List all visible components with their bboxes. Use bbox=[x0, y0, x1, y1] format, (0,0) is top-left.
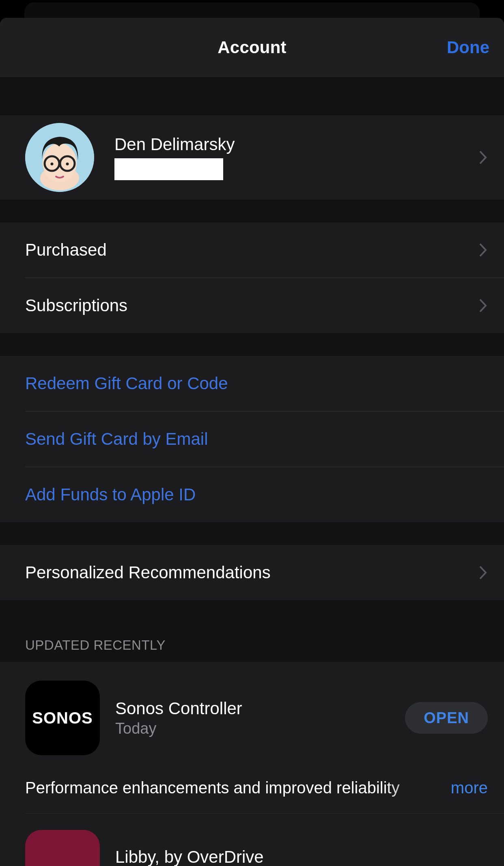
profile-name: Den Delimarsky bbox=[114, 135, 471, 154]
app-name: Sonos Controller bbox=[115, 699, 405, 718]
add-funds-row[interactable]: Add Funds to Apple ID bbox=[0, 467, 504, 522]
row-label: Purchased bbox=[25, 240, 471, 260]
svg-point-7 bbox=[66, 163, 69, 166]
section-gap bbox=[0, 333, 504, 356]
updated-recently-header: UPDATED RECENTLY bbox=[0, 600, 504, 662]
profile-email-redacted bbox=[114, 158, 223, 180]
section-gap bbox=[0, 200, 504, 222]
app-release-notes: Performance enhancements and improved re… bbox=[25, 779, 443, 797]
chevron-right-icon bbox=[479, 298, 488, 313]
subscriptions-row[interactable]: Subscriptions bbox=[0, 278, 504, 333]
row-label: Send Gift Card by Email bbox=[25, 429, 488, 449]
send-gift-card-row[interactable]: Send Gift Card by Email bbox=[0, 411, 504, 467]
chevron-right-icon bbox=[479, 150, 488, 165]
chevron-right-icon bbox=[479, 243, 488, 257]
app-name: Libby, by OverDrive bbox=[115, 849, 264, 866]
done-button[interactable]: Done bbox=[447, 38, 489, 57]
section-gap bbox=[0, 522, 504, 545]
app-row-sonos[interactable]: SONOS Sonos Controller Today OPEN Perfor… bbox=[0, 662, 504, 813]
more-button[interactable]: more bbox=[451, 779, 488, 797]
row-label: Redeem Gift Card or Code bbox=[25, 374, 488, 393]
row-label: Personalized Recommendations bbox=[25, 563, 471, 582]
row-label: Subscriptions bbox=[25, 296, 471, 315]
purchased-row[interactable]: Purchased bbox=[0, 222, 504, 278]
app-update-date: Today bbox=[115, 720, 405, 737]
personalized-recommendations-row[interactable]: Personalized Recommendations bbox=[0, 545, 504, 600]
app-row-libby[interactable]: Libby, by OverDrive bbox=[0, 814, 504, 866]
profile-row[interactable]: Den Delimarsky bbox=[0, 115, 504, 200]
sheet-header: Account Done bbox=[0, 18, 504, 77]
open-button[interactable]: OPEN bbox=[405, 702, 488, 734]
avatar bbox=[25, 123, 94, 192]
section-gap bbox=[0, 77, 504, 115]
app-icon bbox=[25, 830, 100, 866]
app-icon: SONOS bbox=[25, 681, 100, 755]
section-header-label: UPDATED RECENTLY bbox=[25, 638, 504, 653]
redeem-gift-card-row[interactable]: Redeem Gift Card or Code bbox=[0, 356, 504, 411]
chevron-right-icon bbox=[479, 565, 488, 580]
row-label: Add Funds to Apple ID bbox=[25, 485, 488, 504]
svg-point-6 bbox=[51, 163, 54, 166]
account-sheet: Account Done Den Delimarsky bbox=[0, 18, 504, 866]
page-title: Account bbox=[218, 38, 286, 57]
